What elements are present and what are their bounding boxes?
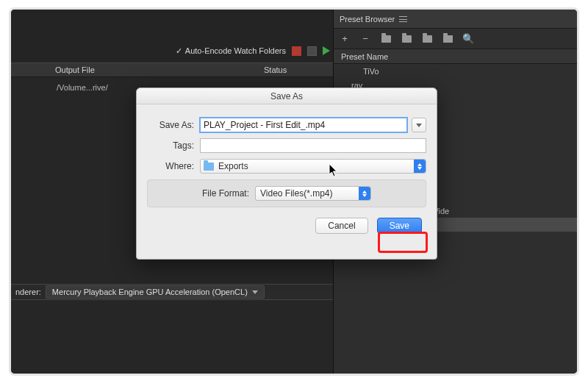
- play-icon[interactable]: [323, 46, 330, 55]
- chevron-down-icon: [252, 290, 258, 294]
- where-select[interactable]: Exports: [200, 159, 426, 174]
- dialog-title: Save As: [137, 88, 437, 104]
- tags-label: Tags:: [147, 140, 200, 151]
- save-as-label: Save As:: [147, 120, 200, 130]
- auto-encode-label: Auto-Encode Watch Folders: [185, 46, 286, 55]
- preset-name-header[interactable]: Preset Name: [334, 49, 577, 64]
- import-icon[interactable]: [401, 34, 412, 44]
- queue-column-headers: Output File Status: [11, 63, 337, 77]
- chevron-down-icon: [416, 124, 422, 127]
- export-icon[interactable]: [422, 34, 432, 44]
- check-icon: ✓: [176, 46, 182, 56]
- save-as-input[interactable]: [200, 118, 407, 132]
- renderer-label: nderer:: [15, 288, 41, 296]
- where-label: Where:: [147, 161, 200, 171]
- new-folder-icon[interactable]: [381, 34, 391, 44]
- save-as-dialog: Save As Save As: Tags: Where: Exports: [136, 88, 437, 260]
- renderer-row: nderer: Mercury Playback Engine GPU Acce…: [11, 284, 337, 300]
- pause-icon[interactable]: [307, 46, 317, 56]
- add-icon[interactable]: +: [340, 34, 350, 44]
- save-button[interactable]: Save: [377, 218, 422, 234]
- stepper-icon: [414, 160, 426, 173]
- folder-icon: [204, 163, 214, 171]
- file-format-select[interactable]: Video Files(*.mp4): [255, 186, 371, 201]
- preset-browser-header[interactable]: Preset Browser: [334, 10, 577, 29]
- file-format-label: File Format:: [202, 188, 249, 199]
- remove-icon[interactable]: −: [360, 34, 370, 44]
- queue-topbar: ✓ Auto-Encode Watch Folders: [11, 10, 337, 61]
- renderer-select[interactable]: Mercury Playback Engine GPU Acceleration…: [46, 285, 265, 299]
- col-status[interactable]: Status: [264, 65, 337, 74]
- col-output-file[interactable]: Output File: [11, 65, 264, 74]
- queue-row-path[interactable]: /Volume...rive/: [57, 83, 108, 92]
- history-dropdown-button[interactable]: [412, 118, 426, 132]
- preset-toolbar: + − 🔍: [334, 29, 577, 49]
- settings-folder-icon[interactable]: [442, 34, 453, 44]
- panel-menu-icon[interactable]: [399, 16, 407, 22]
- auto-encode-checkbox[interactable]: ✓ Auto-Encode Watch Folders: [176, 46, 286, 56]
- preset-item[interactable]: TiVo: [334, 64, 577, 78]
- search-icon[interactable]: 🔍: [463, 34, 473, 44]
- cancel-button[interactable]: Cancel: [315, 218, 368, 234]
- tags-input[interactable]: [200, 138, 426, 153]
- stop-icon[interactable]: [292, 46, 301, 56]
- stepper-icon: [359, 187, 370, 200]
